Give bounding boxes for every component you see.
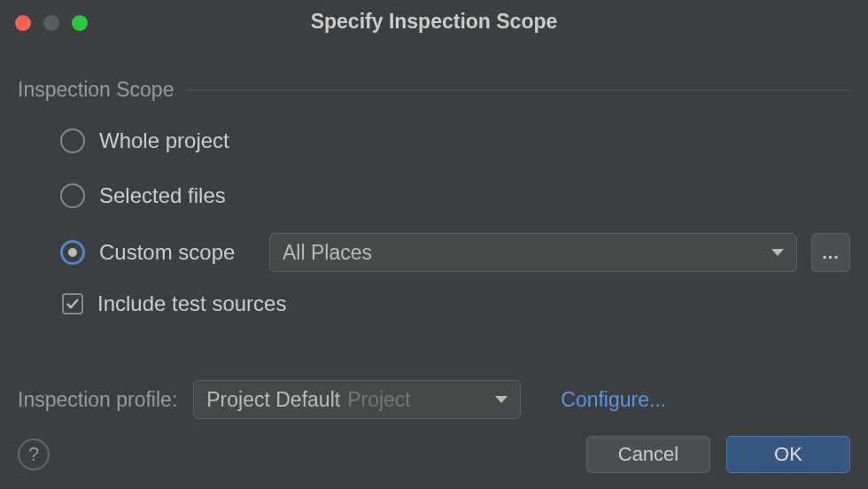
dropdown-value: All Places xyxy=(283,241,372,265)
radio-label-whole-project: Whole project xyxy=(99,128,229,153)
radio-custom-scope[interactable] xyxy=(60,240,85,265)
radio-selected-files[interactable]: Selected files xyxy=(60,178,850,213)
help-button[interactable]: ? xyxy=(18,439,50,470)
footer-buttons: Cancel OK xyxy=(586,436,850,473)
ok-button[interactable]: OK xyxy=(726,436,850,473)
dialog-content: Inspection Scope Whole project Selected … xyxy=(0,43,868,419)
custom-scope-dropdown[interactable]: All Places xyxy=(269,233,797,272)
radio-icon xyxy=(60,183,85,208)
help-icon: ? xyxy=(28,443,39,466)
inspection-profile-row: Inspection profile: Project Default Proj… xyxy=(18,380,850,419)
scope-edit-button[interactable]: ... xyxy=(811,233,850,272)
section-title: Inspection Scope xyxy=(18,78,174,102)
titlebar: Specify Inspection Scope xyxy=(0,0,868,43)
dialog-title: Specify Inspection Scope xyxy=(0,10,868,34)
radio-icon xyxy=(60,128,85,153)
options-group: Whole project Selected files Custom scop… xyxy=(18,123,850,316)
radio-label-custom-scope[interactable]: Custom scope xyxy=(99,240,250,265)
radio-custom-scope-row: Custom scope All Places ... xyxy=(60,233,850,272)
include-test-sources-checkbox[interactable]: Include test sources xyxy=(60,291,850,316)
inspection-profile-dropdown[interactable]: Project Default Project xyxy=(193,380,521,419)
configure-link[interactable]: Configure... xyxy=(561,388,666,412)
radio-whole-project[interactable]: Whole project xyxy=(60,123,850,159)
ellipsis-icon: ... xyxy=(822,243,840,263)
checkbox-icon xyxy=(62,293,83,314)
dropdown-value: Project Default Project xyxy=(206,388,410,412)
chevron-down-icon xyxy=(771,249,784,256)
chevron-down-icon xyxy=(495,396,508,403)
cancel-button[interactable]: Cancel xyxy=(586,436,710,473)
radio-label-selected-files: Selected files xyxy=(99,183,226,208)
section-header: Inspection Scope xyxy=(18,78,850,102)
section-divider xyxy=(187,89,850,90)
checkbox-label-include-test: Include test sources xyxy=(97,291,286,316)
inspection-profile-label: Inspection profile: xyxy=(18,388,177,412)
dialog-footer: ? Cancel OK xyxy=(18,436,850,473)
